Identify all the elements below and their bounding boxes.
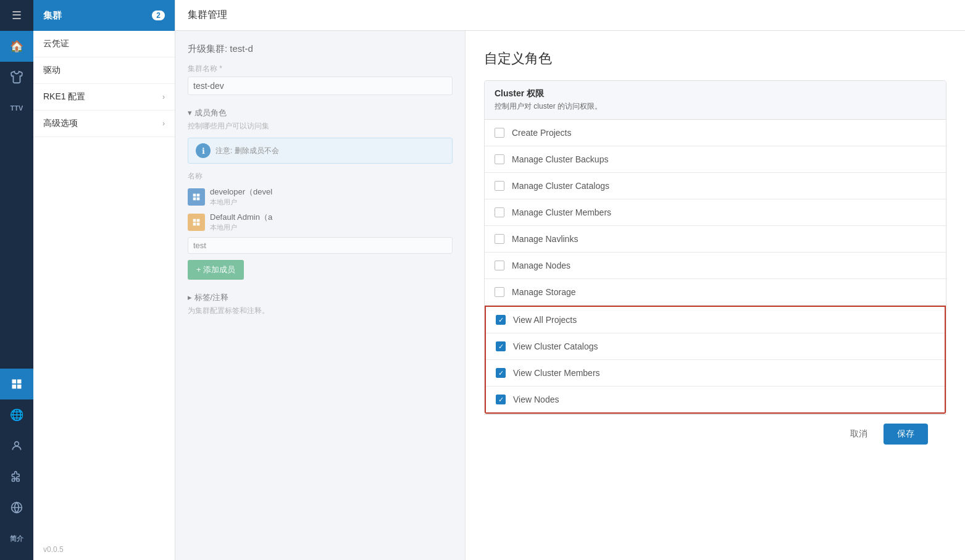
cluster-name-label: 集群名称 *: [188, 64, 453, 74]
perm-item-manage-nodes: Manage Nodes: [485, 253, 946, 279]
page-header: 集群管理: [175, 0, 965, 31]
ttv-label[interactable]: TTV: [0, 93, 33, 123]
role-input-display: test: [188, 237, 453, 254]
cluster-icon[interactable]: [0, 369, 33, 399]
view-nodes-checkbox[interactable]: [496, 395, 506, 404]
tags-header: ▸ 标签/注释: [188, 292, 453, 303]
puzzle-icon[interactable]: [0, 461, 33, 492]
shirt-icon[interactable]: [0, 62, 33, 93]
perm-item-manage-cluster-backups: Manage Cluster Backups: [485, 146, 946, 173]
member-row-admin: Default Admin（a 本地用户: [188, 212, 453, 232]
panel-title: 自定义角色: [484, 49, 946, 68]
col-name-label: 名称: [188, 171, 453, 182]
tags-section: ▸ 标签/注释 为集群配置标签和注释。: [188, 292, 453, 316]
manage-navlinks-checkbox[interactable]: [495, 234, 504, 244]
svg-rect-0: [12, 380, 17, 384]
intro-label[interactable]: 简介: [0, 523, 33, 554]
view-cluster-catalogs-label[interactable]: View Cluster Catalogs: [513, 341, 598, 351]
perm-item-view-cluster-catalogs: View Cluster Catalogs: [486, 333, 945, 360]
sidebar-item-advanced[interactable]: 高级选项 ›: [33, 111, 175, 137]
save-button[interactable]: 保存: [884, 424, 928, 445]
create-projects-label[interactable]: Create Projects: [512, 128, 571, 138]
add-member-button[interactable]: + 添加成员: [188, 260, 244, 280]
perm-item-manage-cluster-catalogs: Manage Cluster Catalogs: [485, 173, 946, 199]
manage-cluster-backups-checkbox[interactable]: [495, 154, 504, 164]
notice-icon: ℹ: [196, 143, 211, 158]
chevron-right-icon-2: ›: [162, 119, 165, 128]
action-bar: 取消 保存: [484, 414, 946, 453]
member-info-admin: Default Admin（a 本地用户: [210, 212, 272, 232]
manage-storage-label[interactable]: Manage Storage: [512, 287, 576, 297]
perm-item-manage-cluster-members: Manage Cluster Members: [485, 199, 946, 226]
svg-rect-7: [197, 193, 200, 196]
manage-cluster-catalogs-checkbox[interactable]: [495, 181, 504, 191]
bg-panel: 升级集群: test-d 集群名称 * test-dev ▾ 成员角色 控制哪些…: [175, 31, 466, 560]
manage-cluster-members-label[interactable]: Manage Cluster Members: [512, 207, 611, 217]
sidebar-item-rke1[interactable]: RKE1 配置 ›: [33, 84, 175, 111]
user-icon[interactable]: [0, 430, 33, 461]
manage-storage-checkbox[interactable]: [495, 287, 504, 297]
manage-nodes-label[interactable]: Manage Nodes: [512, 261, 570, 270]
view-cluster-members-checkbox[interactable]: [496, 368, 506, 378]
cancel-button[interactable]: 取消: [842, 424, 876, 444]
members-header: ▾ 成员角色: [188, 107, 453, 119]
perm-item-view-nodes: View Nodes: [486, 387, 945, 412]
nav-title: 集群: [43, 10, 62, 22]
svg-rect-3: [17, 385, 22, 389]
manage-cluster-members-checkbox[interactable]: [495, 207, 504, 217]
manage-nodes-checkbox[interactable]: [495, 261, 504, 270]
manage-navlinks-label[interactable]: Manage Navlinks: [512, 234, 578, 244]
main-content: 升级集群: test-d 集群名称 * test-dev ▾ 成员角色 控制哪些…: [175, 31, 965, 560]
svg-rect-2: [12, 385, 17, 389]
perm-title: Cluster 权限: [495, 88, 936, 99]
perm-subtitle: 控制用户对 cluster 的访问权限。: [495, 101, 936, 112]
manage-cluster-catalogs-label[interactable]: Manage Cluster Catalogs: [512, 181, 609, 191]
home-icon[interactable]: 🏠: [0, 31, 33, 62]
perm-item-manage-navlinks: Manage Navlinks: [485, 226, 946, 253]
view-cluster-members-label[interactable]: View Cluster Members: [513, 368, 600, 378]
members-section: ▾ 成员角色 控制哪些用户可以访问集 ℹ 注意: 删除成员不会 名称 devel…: [188, 107, 453, 280]
svg-rect-13: [197, 222, 200, 225]
icon-sidebar: ☰ 🏠 TTV 🌐 简介: [0, 0, 33, 560]
svg-rect-8: [193, 197, 196, 200]
sidebar-item-cloud-credentials[interactable]: 云凭证: [33, 31, 175, 57]
svg-rect-10: [193, 219, 196, 222]
nav-sidebar: 集群 2 云凭证 驱动 RKE1 配置 › 高级选项 › v0.0.5: [33, 0, 175, 560]
bg-panel-title: 升级集群: test-d: [188, 43, 453, 55]
perm-item-create-projects: Create Projects: [485, 120, 946, 146]
member-icon-admin: [188, 214, 205, 231]
notice-box: ℹ 注意: 删除成员不会: [188, 138, 453, 164]
svg-rect-1: [17, 380, 22, 384]
svg-point-4: [15, 441, 19, 446]
view-cluster-catalogs-checkbox[interactable]: [496, 341, 506, 351]
nav-badge: 2: [152, 10, 165, 20]
create-projects-checkbox[interactable]: [495, 128, 504, 138]
notice-text: 注意: 删除成员不会: [215, 146, 279, 156]
globe-icon[interactable]: 🌐: [0, 399, 33, 430]
cluster-perms-header: Cluster 权限 控制用户对 cluster 的访问权限。: [485, 81, 946, 120]
overlay-panel: 自定义角色 Cluster 权限 控制用户对 cluster 的访问权限。 Cr…: [466, 31, 965, 560]
content-area: 集群管理 升级集群: test-d 集群名称 * test-dev ▾ 成员角色…: [175, 0, 965, 560]
page-title: 集群管理: [188, 9, 227, 22]
view-all-projects-label[interactable]: View All Projects: [513, 315, 577, 325]
perm-item-view-cluster-members: View Cluster Members: [486, 360, 945, 387]
cluster-name-value: test-dev: [188, 77, 453, 95]
chevron-right-icon: ›: [162, 93, 165, 101]
member-info-dev: developer（devel 本地用户: [210, 186, 272, 207]
view-nodes-label[interactable]: View Nodes: [513, 395, 559, 404]
perm-item-manage-storage: Manage Storage: [485, 279, 946, 306]
highlighted-group: View All Projects View Cluster Catalogs …: [485, 306, 946, 414]
cluster-perms-section: Cluster 权限 控制用户对 cluster 的访问权限。 Create P…: [484, 80, 946, 414]
sidebar-item-drivers[interactable]: 驱动: [33, 57, 175, 84]
svg-rect-12: [193, 222, 196, 225]
svg-rect-9: [197, 197, 200, 200]
globe2-icon[interactable]: [0, 492, 33, 523]
view-all-projects-checkbox[interactable]: [496, 315, 506, 325]
perm-item-view-all-projects: View All Projects: [486, 307, 945, 333]
manage-cluster-backups-label[interactable]: Manage Cluster Backups: [512, 154, 608, 164]
menu-icon[interactable]: ☰: [0, 0, 33, 31]
nav-header: 集群 2: [33, 0, 175, 31]
svg-rect-11: [197, 219, 200, 222]
tags-subtitle: 为集群配置标签和注释。: [188, 306, 453, 316]
version-text: v0.0.5: [33, 539, 175, 560]
